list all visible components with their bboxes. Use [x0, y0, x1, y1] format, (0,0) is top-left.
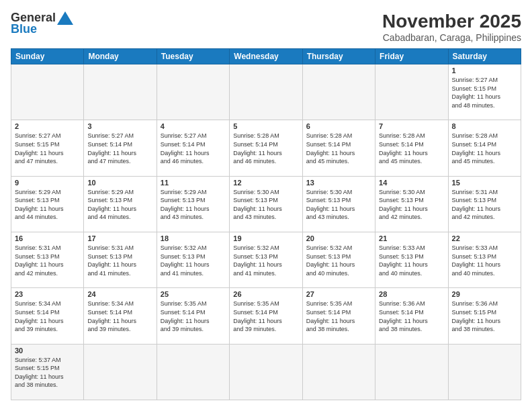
day-info: Sunrise: 5:34 AM Sunset: 5:14 PM Dayligh…	[87, 300, 152, 333]
calendar-table: Sunday Monday Tuesday Wednesday Thursday…	[11, 48, 521, 400]
day-number: 14	[379, 179, 444, 187]
day-number: 12	[233, 179, 298, 187]
day-info: Sunrise: 5:30 AM Sunset: 5:13 PM Dayligh…	[379, 188, 444, 222]
day-info: Sunrise: 5:27 AM Sunset: 5:14 PM Dayligh…	[161, 132, 226, 165]
table-row: 27Sunrise: 5:35 AM Sunset: 5:14 PM Dayli…	[302, 288, 375, 344]
day-number: 8	[452, 122, 517, 130]
day-number: 18	[161, 234, 226, 242]
day-info: Sunrise: 5:27 AM Sunset: 5:14 PM Dayligh…	[87, 132, 152, 165]
day-number: 15	[452, 179, 517, 187]
day-number: 16	[15, 234, 80, 242]
day-number: 19	[233, 234, 298, 242]
table-row: 28Sunrise: 5:36 AM Sunset: 5:14 PM Dayli…	[375, 288, 448, 344]
day-number: 13	[306, 179, 371, 187]
day-number: 27	[306, 290, 371, 298]
table-row	[157, 64, 229, 120]
day-number: 11	[161, 179, 226, 187]
table-row: 22Sunrise: 5:33 AM Sunset: 5:13 PM Dayli…	[448, 232, 521, 287]
calendar-row-4: 23Sunrise: 5:34 AM Sunset: 5:14 PM Dayli…	[11, 288, 521, 344]
day-info: Sunrise: 5:31 AM Sunset: 5:13 PM Dayligh…	[15, 244, 80, 277]
calendar-page: General Blue November 2025 Cabadbaran, C…	[0, 0, 532, 411]
day-info: Sunrise: 5:32 AM Sunset: 5:13 PM Dayligh…	[233, 244, 298, 277]
day-info: Sunrise: 5:33 AM Sunset: 5:13 PM Dayligh…	[379, 244, 444, 277]
table-row: 20Sunrise: 5:32 AM Sunset: 5:13 PM Dayli…	[302, 232, 375, 287]
table-row: 12Sunrise: 5:30 AM Sunset: 5:13 PM Dayli…	[230, 176, 302, 232]
table-row: 3Sunrise: 5:27 AM Sunset: 5:14 PM Daylig…	[84, 120, 157, 176]
table-row: 23Sunrise: 5:34 AM Sunset: 5:14 PM Dayli…	[11, 288, 84, 344]
logo: General Blue	[11, 11, 73, 36]
col-sunday: Sunday	[11, 49, 84, 64]
table-row: 7Sunrise: 5:28 AM Sunset: 5:14 PM Daylig…	[375, 120, 448, 176]
day-info: Sunrise: 5:29 AM Sunset: 5:13 PM Dayligh…	[161, 188, 226, 222]
table-row: 9Sunrise: 5:29 AM Sunset: 5:13 PM Daylig…	[11, 176, 84, 232]
table-row	[84, 64, 157, 120]
calendar-row-3: 16Sunrise: 5:31 AM Sunset: 5:13 PM Dayli…	[11, 232, 521, 287]
col-monday: Monday	[84, 49, 157, 64]
table-row	[157, 344, 229, 400]
day-number: 2	[15, 122, 80, 130]
table-row	[302, 344, 375, 400]
day-number: 20	[306, 234, 371, 242]
day-number: 21	[379, 234, 444, 242]
col-wednesday: Wednesday	[230, 49, 302, 64]
table-row: 19Sunrise: 5:32 AM Sunset: 5:13 PM Dayli…	[230, 232, 302, 287]
table-row	[84, 344, 157, 400]
day-number: 3	[87, 122, 152, 130]
table-row: 8Sunrise: 5:28 AM Sunset: 5:14 PM Daylig…	[448, 120, 521, 176]
table-row: 21Sunrise: 5:33 AM Sunset: 5:13 PM Dayli…	[375, 232, 448, 287]
col-tuesday: Tuesday	[157, 49, 229, 64]
day-number: 29	[452, 290, 517, 298]
table-row: 26Sunrise: 5:35 AM Sunset: 5:14 PM Dayli…	[230, 288, 302, 344]
header-row: Sunday Monday Tuesday Wednesday Thursday…	[11, 49, 521, 64]
day-info: Sunrise: 5:33 AM Sunset: 5:13 PM Dayligh…	[452, 244, 517, 277]
day-number: 23	[15, 290, 80, 298]
table-row: 24Sunrise: 5:34 AM Sunset: 5:14 PM Dayli…	[84, 288, 157, 344]
day-info: Sunrise: 5:35 AM Sunset: 5:14 PM Dayligh…	[233, 300, 298, 333]
day-number: 6	[306, 122, 371, 130]
table-row: 17Sunrise: 5:31 AM Sunset: 5:13 PM Dayli…	[84, 232, 157, 287]
calendar-row-1: 2Sunrise: 5:27 AM Sunset: 5:15 PM Daylig…	[11, 120, 521, 176]
calendar-row-5: 30Sunrise: 5:37 AM Sunset: 5:15 PM Dayli…	[11, 344, 521, 400]
table-row: 11Sunrise: 5:29 AM Sunset: 5:13 PM Dayli…	[157, 176, 229, 232]
day-info: Sunrise: 5:34 AM Sunset: 5:14 PM Dayligh…	[15, 300, 80, 333]
day-info: Sunrise: 5:30 AM Sunset: 5:13 PM Dayligh…	[233, 188, 298, 222]
day-number: 1	[452, 66, 517, 75]
table-row: 30Sunrise: 5:37 AM Sunset: 5:15 PM Dayli…	[11, 344, 84, 400]
day-info: Sunrise: 5:35 AM Sunset: 5:14 PM Dayligh…	[161, 300, 226, 333]
calendar-row-2: 9Sunrise: 5:29 AM Sunset: 5:13 PM Daylig…	[11, 176, 521, 232]
day-number: 10	[87, 179, 152, 187]
table-row	[302, 64, 375, 120]
day-info: Sunrise: 5:27 AM Sunset: 5:15 PM Dayligh…	[15, 132, 80, 165]
col-friday: Friday	[375, 49, 448, 64]
table-row: 25Sunrise: 5:35 AM Sunset: 5:14 PM Dayli…	[157, 288, 229, 344]
table-row: 14Sunrise: 5:30 AM Sunset: 5:13 PM Dayli…	[375, 176, 448, 232]
day-info: Sunrise: 5:28 AM Sunset: 5:14 PM Dayligh…	[379, 132, 444, 165]
day-info: Sunrise: 5:35 AM Sunset: 5:14 PM Dayligh…	[306, 300, 371, 333]
table-row	[230, 64, 302, 120]
day-number: 28	[379, 290, 444, 298]
table-row	[375, 64, 448, 120]
svg-marker-0	[57, 11, 73, 25]
table-row	[230, 344, 302, 400]
day-info: Sunrise: 5:32 AM Sunset: 5:13 PM Dayligh…	[161, 244, 226, 277]
day-number: 22	[452, 234, 517, 242]
day-number: 25	[161, 290, 226, 298]
day-info: Sunrise: 5:28 AM Sunset: 5:14 PM Dayligh…	[452, 132, 517, 165]
day-number: 5	[233, 122, 298, 130]
table-row: 10Sunrise: 5:29 AM Sunset: 5:13 PM Dayli…	[84, 176, 157, 232]
day-info: Sunrise: 5:29 AM Sunset: 5:13 PM Dayligh…	[15, 188, 80, 222]
logo-icon	[57, 11, 73, 25]
table-row	[375, 344, 448, 400]
table-row: 16Sunrise: 5:31 AM Sunset: 5:13 PM Dayli…	[11, 232, 84, 287]
day-info: Sunrise: 5:31 AM Sunset: 5:13 PM Dayligh…	[452, 188, 517, 222]
day-number: 30	[15, 347, 80, 355]
day-info: Sunrise: 5:31 AM Sunset: 5:13 PM Dayligh…	[87, 244, 152, 277]
table-row: 15Sunrise: 5:31 AM Sunset: 5:13 PM Dayli…	[448, 176, 521, 232]
day-info: Sunrise: 5:32 AM Sunset: 5:13 PM Dayligh…	[306, 244, 371, 277]
table-row: 13Sunrise: 5:30 AM Sunset: 5:13 PM Dayli…	[302, 176, 375, 232]
table-row: 2Sunrise: 5:27 AM Sunset: 5:15 PM Daylig…	[11, 120, 84, 176]
day-info: Sunrise: 5:37 AM Sunset: 5:15 PM Dayligh…	[15, 356, 80, 390]
header: General Blue November 2025 Cabadbaran, C…	[11, 11, 521, 43]
day-info: Sunrise: 5:28 AM Sunset: 5:14 PM Dayligh…	[233, 132, 298, 165]
day-number: 4	[161, 122, 226, 130]
